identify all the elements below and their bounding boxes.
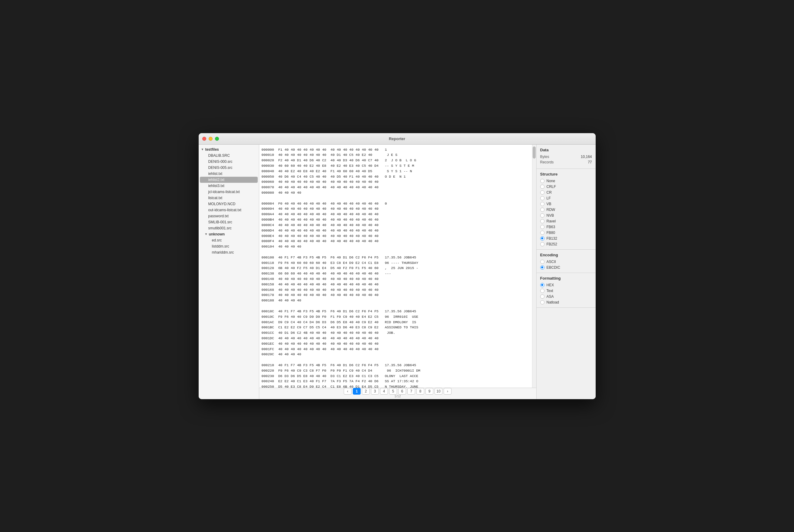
radio-circle-icon [540, 265, 544, 270]
structure-option-fb63[interactable]: FB63 [540, 225, 592, 229]
bytes-label: Bytes [540, 155, 549, 159]
structure-option-crlf[interactable]: CRLF [540, 185, 592, 189]
formatting-option-asa[interactable]: ASA [540, 294, 592, 299]
titlebar: Reporter [199, 133, 596, 145]
radio-label: VB [547, 202, 551, 206]
structure-option-cr[interactable]: CR [540, 190, 592, 195]
page-button-9[interactable]: 9 [425, 388, 433, 395]
radio-circle-icon [540, 260, 544, 264]
sidebar-group-testfiles[interactable]: ▼ testfiles [199, 147, 259, 153]
hex-scroll-area: 000000 F1 40 40 40 40 40 40 40 40 40 40 … [259, 145, 536, 388]
page-button-1[interactable]: 1 [353, 388, 361, 395]
structure-option-fb132[interactable]: FB132 [540, 236, 592, 241]
structure-option-fb80[interactable]: FB80 [540, 231, 592, 235]
page-button-6[interactable]: 6 [398, 388, 406, 395]
radio-label: Natload [547, 300, 559, 304]
radio-label: Ravel [547, 219, 556, 223]
radio-label: ASCII [547, 260, 556, 264]
sidebar-subgroup-unknown[interactable]: ▼ unknown [199, 231, 259, 237]
records-label: Records [540, 160, 554, 164]
radio-label: HEX [547, 283, 554, 287]
page-button-7[interactable]: 7 [407, 388, 415, 395]
sidebar: ▼ testfiles DBALIB.SRCDENIS-000.srcDENIS… [199, 145, 259, 399]
sidebar-item[interactable]: out-idcams-listcat.txt [200, 207, 258, 213]
minimize-button[interactable] [209, 137, 213, 141]
sidebar-sub-items: ed.srclistddm.srcmhariddm.src [199, 237, 259, 255]
page-button-3[interactable]: 3 [371, 388, 379, 395]
sidebar-item[interactable]: DBALIB.SRC [200, 153, 258, 158]
data-section-title: Data [540, 148, 592, 152]
close-button[interactable] [202, 137, 206, 141]
structure-option-none[interactable]: None [540, 179, 592, 183]
sidebar-sub-item[interactable]: ed.src [200, 237, 258, 243]
structure-option-nvb[interactable]: NVB [540, 213, 592, 217]
structure-option-fb252[interactable]: FB252 [540, 242, 592, 246]
radio-circle-icon [540, 294, 544, 299]
formatting-option-hex[interactable]: HEX [540, 283, 592, 287]
encoding-section-title: Encoding [540, 253, 592, 257]
radio-circle-icon [540, 225, 544, 229]
hex-scroll-thumb[interactable] [533, 147, 536, 158]
encoding-option-ascii[interactable]: ASCII [540, 260, 592, 264]
encoding-section: Encoding ASCIIEBCDIC [537, 250, 596, 273]
sidebar-item[interactable]: smutlib001.src [200, 225, 258, 231]
radio-circle-icon [540, 219, 544, 223]
expand-arrow-sub-icon: ▼ [205, 232, 208, 236]
radio-circle-icon [540, 213, 544, 217]
prev-page-button[interactable]: ‹ [344, 388, 352, 395]
structure-option-rdw[interactable]: RDW [540, 208, 592, 212]
hex-scrollbar[interactable] [532, 145, 536, 388]
page-button-4[interactable]: 4 [380, 388, 388, 395]
sidebar-item[interactable]: iehlist.txt [200, 171, 258, 177]
page-button-8[interactable]: 8 [417, 388, 424, 395]
radio-circle-icon [540, 236, 544, 241]
bytes-value: 10,164 [581, 155, 592, 159]
sidebar-root-section: ▼ testfiles DBALIB.SRCDENIS-000.srcDENIS… [199, 146, 259, 256]
sidebar-item[interactable]: iehlist3.txt [200, 183, 258, 189]
radio-circle-icon [540, 231, 544, 235]
radio-label: CR [547, 190, 552, 195]
hex-content[interactable]: 000000 F1 40 40 40 40 40 40 40 40 40 40 … [259, 145, 532, 388]
sidebar-item[interactable]: SMLIB-001.src [200, 219, 258, 225]
structure-option-ravel[interactable]: Ravel [540, 219, 592, 223]
sidebar-item[interactable]: MOLONYD.NCD [200, 201, 258, 207]
structure-option-vb[interactable]: VB [540, 202, 592, 206]
formatting-option-natload[interactable]: Natload [540, 300, 592, 304]
radio-label: NVB [547, 213, 554, 217]
radio-label: FB63 [547, 225, 555, 229]
traffic-lights [202, 137, 219, 141]
sidebar-items: DBALIB.SRCDENIS-000.srcDENIS-005.srciehl… [199, 153, 259, 231]
page-button-5[interactable]: 5 [389, 388, 397, 395]
sidebar-item[interactable]: DENIS-005.src [200, 165, 258, 171]
encoding-option-ebcdic[interactable]: EBCDIC [540, 265, 592, 270]
next-page-button[interactable]: › [444, 388, 451, 395]
sidebar-item[interactable]: password.txt [200, 213, 258, 219]
page-button-10[interactable]: 10 [435, 388, 442, 395]
sidebar-item[interactable]: DENIS-000.src [200, 158, 258, 165]
radio-circle-icon [540, 289, 544, 293]
page-button-2[interactable]: 2 [362, 388, 370, 395]
formatting-radio-group: HEXTextASANatload [540, 283, 592, 304]
sidebar-item[interactable]: listcat.txt [200, 195, 258, 201]
radio-circle-icon [540, 196, 544, 200]
structure-section: Structure NoneCRLFCRLFVBRDWNVBRavelFB63F… [537, 169, 596, 250]
structure-section-title: Structure [540, 172, 592, 176]
records-row: Records 77 [540, 160, 592, 164]
sidebar-subgroup-label: unknown [209, 232, 225, 236]
radio-circle-icon [540, 283, 544, 287]
sidebar-item[interactable]: jcl-idcams-listcat.txt [200, 189, 258, 195]
sidebar-group-label: testfiles [205, 147, 219, 152]
radio-circle-icon [540, 202, 544, 206]
sidebar-item[interactable]: iehlist2.txt [200, 177, 258, 183]
radio-circle-icon [540, 208, 544, 212]
radio-label: FB252 [547, 242, 557, 246]
formatting-section-title: Formatting [540, 276, 592, 281]
sidebar-sub-item[interactable]: mhariddm.src [200, 249, 258, 255]
page-info: 1/12 [394, 394, 401, 398]
structure-option-lf[interactable]: LF [540, 196, 592, 200]
expand-arrow-icon: ▼ [201, 148, 204, 151]
radio-label: RDW [547, 208, 555, 212]
sidebar-sub-item[interactable]: listddm.src [200, 243, 258, 249]
formatting-option-text[interactable]: Text [540, 289, 592, 293]
maximize-button[interactable] [215, 137, 219, 141]
